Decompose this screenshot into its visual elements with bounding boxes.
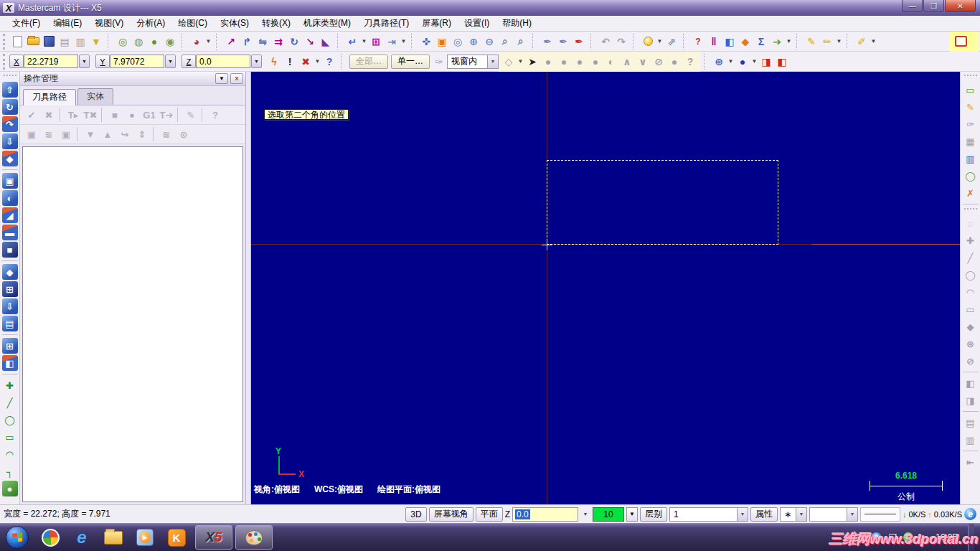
scale-arrow-icon[interactable]: ⇤ bbox=[963, 454, 979, 470]
gouraud-shading-icon[interactable]: ◉ bbox=[162, 34, 178, 50]
solid-panel-icon[interactable]: ▤ bbox=[2, 316, 18, 331]
menu-screen[interactable]: 屏幕(R) bbox=[415, 16, 458, 31]
select-result-icon[interactable]: ● bbox=[540, 54, 556, 70]
level-button[interactable]: 层别 bbox=[640, 507, 667, 522]
save-file-icon[interactable] bbox=[41, 34, 57, 50]
solid-block-icon[interactable]: ■ bbox=[2, 242, 18, 258]
zoom-out-icon[interactable]: ⊖ bbox=[481, 34, 497, 50]
in-view-dropdown[interactable]: ▼ bbox=[487, 55, 498, 68]
exit-dropdown-icon[interactable]: ▼ bbox=[400, 34, 407, 50]
analyze-chain-icon[interactable]: ➔ bbox=[769, 34, 785, 50]
network-monitor-icon[interactable]: e bbox=[964, 508, 976, 520]
taskbar-item-paint[interactable] bbox=[235, 525, 273, 550]
unzoom-icon[interactable]: ⌕ bbox=[513, 34, 529, 50]
menu-edit[interactable]: 编辑(E) bbox=[47, 16, 88, 31]
select-entity-icon[interactable]: ● bbox=[588, 54, 603, 70]
render-dropdown-icon[interactable]: ▼ bbox=[204, 34, 212, 50]
analyze-entity-icon[interactable]: ? bbox=[690, 34, 706, 50]
add-point-icon[interactable]: ✚ bbox=[963, 232, 979, 248]
z-status-dropdown[interactable]: ▼ bbox=[580, 507, 590, 522]
z-coord-input[interactable]: 0.0 bbox=[196, 55, 250, 68]
security-tray-icon[interactable]: ✔ bbox=[903, 532, 913, 542]
select-group-icon[interactable]: ● bbox=[556, 54, 572, 70]
line-style-box[interactable] bbox=[860, 507, 900, 522]
lock-posting-icon[interactable]: ▣ bbox=[57, 126, 75, 142]
point-style-combo[interactable]: ∗ ▼ bbox=[780, 507, 807, 522]
xform-offset-icon[interactable]: ⇉ bbox=[270, 34, 286, 50]
window-layout-icon[interactable]: ⊞ bbox=[2, 338, 18, 354]
operations-help-icon[interactable]: ? bbox=[207, 107, 224, 123]
keyboard-tray-icon[interactable]: ⌨ bbox=[851, 532, 864, 543]
taskbar-item-pinwheel[interactable] bbox=[34, 524, 66, 550]
operations-tree[interactable] bbox=[22, 146, 243, 502]
rect-tool-icon[interactable]: ▭ bbox=[963, 82, 979, 98]
taskbar-item-ie[interactable]: e bbox=[66, 524, 98, 550]
xform-rotate-icon[interactable]: ↻ bbox=[286, 34, 302, 50]
wcs-globe-icon[interactable]: ⊛ bbox=[711, 54, 727, 70]
backplot-icon[interactable]: ■ bbox=[106, 107, 123, 123]
z-coord-button[interactable]: Z bbox=[182, 55, 196, 68]
toolbar-grip[interactable] bbox=[964, 208, 977, 212]
xform-mirror-icon[interactable]: ⇋ bbox=[255, 34, 270, 50]
unblank-some-icon[interactable]: ✒ bbox=[571, 34, 587, 50]
disable-icon[interactable]: ⊘ bbox=[963, 353, 979, 369]
sphere-tool-icon[interactable]: ⊛ bbox=[963, 336, 979, 352]
create-fillet-icon[interactable]: ◠ bbox=[2, 446, 18, 462]
taskbar-item-kuwo[interactable]: K bbox=[161, 524, 192, 550]
primitives-icon[interactable]: ◧ bbox=[2, 355, 18, 371]
point-style-dropdown[interactable]: ▼ bbox=[796, 508, 806, 521]
levels-dropdown-icon[interactable]: ▼ bbox=[656, 34, 664, 50]
move-down-icon[interactable]: ▼ bbox=[82, 126, 99, 142]
menu-machine-type[interactable]: 机床类型(M) bbox=[297, 16, 357, 31]
attributes-multi-icon[interactable]: ✏ bbox=[819, 34, 835, 50]
analyze-dropdown-icon[interactable]: ▼ bbox=[785, 34, 793, 50]
taskbar-item-media-player[interactable]: ▶ bbox=[129, 524, 161, 550]
menu-file[interactable]: 文件(F) bbox=[6, 16, 47, 31]
graphics-area[interactable]: 选取第二个角的位置 Y X 视角:俯视图 WCS:俯视图 绘图平面:俯视图 6.… bbox=[251, 72, 960, 504]
solid-history-icon[interactable]: ◆ bbox=[2, 264, 18, 280]
verify-icon[interactable]: ● bbox=[123, 107, 141, 123]
toolbar-handle[interactable] bbox=[3, 54, 6, 70]
arc-tool-icon[interactable]: ◠ bbox=[963, 284, 979, 300]
flat-shading-icon[interactable]: ● bbox=[146, 34, 162, 50]
solid-display-icon[interactable]: ◨ bbox=[758, 54, 774, 70]
start-button[interactable] bbox=[6, 526, 29, 549]
menu-help[interactable]: 帮助(H) bbox=[496, 16, 538, 31]
help-tray-icon[interactable]: ? bbox=[871, 532, 882, 543]
planes-dropdown[interactable]: ▼ bbox=[750, 54, 758, 70]
level-combo[interactable]: 1 ▼ bbox=[669, 507, 748, 522]
select-all-operations-icon[interactable]: ✔ bbox=[23, 107, 40, 123]
rect-solid-icon[interactable]: ▭ bbox=[963, 301, 979, 317]
tab-toolpaths[interactable]: 刀具路径 bbox=[23, 89, 76, 105]
xform-translate-icon[interactable]: ↗ bbox=[223, 34, 239, 50]
grid-settings-icon[interactable]: ⇗ bbox=[664, 34, 679, 50]
create-rectangle-icon[interactable]: ▭ bbox=[2, 429, 18, 445]
screen-view-button[interactable]: 屏幕视角 bbox=[429, 507, 473, 522]
circle-edit-icon[interactable]: ◯ bbox=[963, 267, 979, 283]
planes-sphere-icon[interactable]: ● bbox=[735, 54, 750, 70]
menu-toolpaths[interactable]: 刀具路径(T) bbox=[357, 16, 415, 31]
taskbar-item-explorer[interactable] bbox=[98, 524, 129, 550]
menu-settings[interactable]: 设置(I) bbox=[458, 16, 496, 31]
analyze-dynamic-icon[interactable]: ◧ bbox=[722, 34, 738, 50]
surface-trim-icon[interactable]: ◧ bbox=[963, 375, 979, 391]
create-polyline-icon[interactable]: ┐ bbox=[2, 463, 18, 479]
z-coord-dropdown[interactable]: ▼ bbox=[251, 55, 262, 68]
taskbar-item-mastercam[interactable]: X5 bbox=[195, 525, 232, 550]
attributes-dropdown-icon[interactable]: ▼ bbox=[835, 34, 843, 50]
fastpoint-icon[interactable]: ! bbox=[282, 54, 298, 70]
minimize-button[interactable]: — bbox=[902, 0, 923, 12]
solid-loft-icon[interactable]: ⇩ bbox=[2, 133, 18, 149]
autocursor-config-icon[interactable]: ϟ bbox=[266, 54, 282, 70]
panel-splitter[interactable] bbox=[246, 72, 251, 504]
y-coord-input[interactable]: 7.97072 bbox=[110, 55, 164, 68]
solid-shell-icon[interactable]: ▣ bbox=[2, 173, 18, 189]
window-tray-icon[interactable]: ❒ bbox=[888, 532, 897, 543]
taskbar-clock[interactable]: 16:05 bbox=[931, 524, 961, 551]
end-selection-icon[interactable]: ✑ bbox=[431, 54, 447, 70]
zoom-in-icon[interactable]: ⊕ bbox=[466, 34, 481, 50]
select-all-button[interactable]: 全部… bbox=[349, 55, 388, 69]
render-icon[interactable]: ◕ bbox=[189, 34, 204, 50]
zoom-target-icon[interactable]: ◎ bbox=[450, 34, 466, 50]
zoom-previous-icon[interactable]: ⌕ bbox=[497, 34, 513, 50]
